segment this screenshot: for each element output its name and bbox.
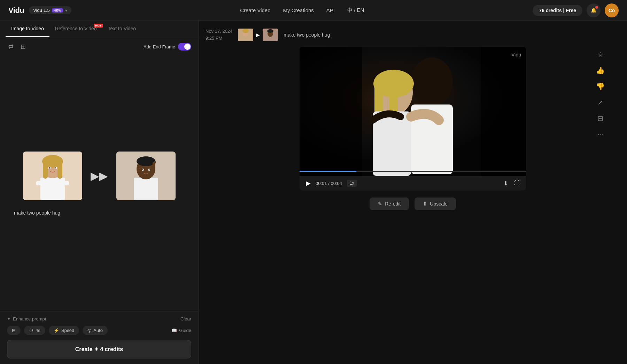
video-scene-svg	[300, 47, 526, 176]
options-row: ⊟ ⏱ 4s ⚡ Speed ◎ Auto 📖 Guide	[7, 326, 191, 335]
svg-rect-13	[134, 178, 158, 200]
enhance-prompt-button[interactable]: ✦ Enhance prompt	[7, 316, 46, 322]
clock-icon: ⏱	[29, 328, 33, 333]
header-nav: Create Video My Creations API 中 / EN	[240, 7, 364, 14]
svg-rect-37	[481, 47, 526, 176]
tab-reference-to-video[interactable]: Reference to Video HOT	[49, 21, 102, 37]
end-frame-image[interactable]	[116, 152, 176, 200]
end-frame-toggle: Add End Frame	[144, 43, 191, 51]
svg-rect-21	[154, 161, 156, 163]
fullscreen-button[interactable]: ⛶	[513, 179, 521, 187]
svg-point-18	[142, 169, 143, 170]
generation-header: Nov 17, 2024 9:25 PM ▶	[206, 28, 620, 41]
prompt-display: make two people hug	[7, 210, 60, 216]
gen-thumb-end[interactable]	[263, 29, 278, 41]
favorite-button[interactable]: ☆	[595, 49, 606, 60]
left-panel: Image to Video Reference to Video HOT Te…	[0, 21, 199, 364]
swap-button[interactable]: ⇄	[7, 41, 15, 52]
tab-text-to-video[interactable]: Text to Video	[102, 21, 142, 37]
svg-point-10	[49, 167, 50, 169]
thumb-start-svg	[238, 29, 253, 41]
upscale-icon: ⬆	[423, 201, 427, 207]
speed-icon: ⚡	[54, 328, 59, 333]
nav-my-creations[interactable]: My Creations	[283, 7, 314, 13]
auto-button[interactable]: ◎ Auto	[83, 326, 108, 335]
speed-button[interactable]: ⚡ Speed	[49, 326, 79, 335]
share-icon: ↗	[597, 99, 603, 106]
enhance-row: ✦ Enhance prompt Clear	[7, 316, 191, 322]
end-frame-label: Add End Frame	[144, 44, 175, 49]
play-button[interactable]: ▶	[304, 179, 312, 188]
video-frame: Vidu	[300, 47, 526, 176]
crop-button[interactable]: ⊞	[19, 41, 27, 52]
nav-create-video[interactable]: Create Video	[240, 7, 270, 13]
images-area: ▶▶	[0, 56, 198, 311]
upscale-button[interactable]: ⬆ Upscale	[415, 198, 456, 210]
svg-rect-7	[57, 161, 62, 179]
version-badge[interactable]: Vidu 1.5 NEW ▾	[29, 6, 71, 14]
dislike-button[interactable]: 👎	[595, 81, 606, 92]
svg-rect-35	[373, 111, 411, 176]
guide-icon: 📖	[171, 328, 177, 333]
toggle-knob	[184, 44, 191, 50]
generation-date: Nov 17, 2024 9:25 PM	[206, 28, 232, 41]
notification-button[interactable]: 🔔	[587, 3, 601, 17]
svg-point-15	[137, 156, 155, 166]
download-icon: ⬇	[503, 180, 508, 186]
video-bottom-actions: ✎ Re-edit ⬆ Upscale	[300, 198, 526, 210]
notification-dot	[595, 6, 598, 9]
transition-arrow: ▶▶	[91, 169, 108, 183]
nav-api[interactable]: API	[326, 7, 335, 13]
guide-button[interactable]: 📖 Guide	[171, 328, 191, 333]
credits-button[interactable]: 76 credits | Free	[533, 5, 582, 16]
svg-point-11	[55, 167, 56, 169]
video-container: Vidu ▶ 00:01 / 00:04	[300, 47, 526, 191]
details-icon: ⊟	[597, 115, 603, 122]
speed-control[interactable]: 1x	[347, 180, 357, 187]
fullscreen-icon: ⛶	[514, 180, 520, 186]
tab-bar: Image to Video Reference to Video HOT Te…	[0, 21, 198, 37]
nav-language[interactable]: 中 / EN	[347, 7, 364, 14]
enhance-icon: ✦	[7, 316, 11, 322]
header: Vidu Vidu 1.5 NEW ▾ Create Video My Crea…	[0, 0, 627, 21]
share-button[interactable]: ↗	[595, 97, 606, 108]
auto-icon: ◎	[87, 328, 91, 333]
svg-rect-3	[61, 181, 69, 185]
main-layout: Image to Video Reference to Video HOT Te…	[0, 21, 627, 364]
like-button[interactable]: 👍	[595, 65, 606, 76]
right-panel: Nov 17, 2024 9:25 PM ▶	[199, 21, 627, 364]
svg-rect-1	[40, 178, 65, 200]
header-right: 76 credits | Free 🔔 Co	[533, 3, 619, 17]
svg-rect-6	[43, 161, 48, 179]
avatar-button[interactable]: Co	[605, 3, 619, 17]
new-badge: NEW	[52, 8, 63, 13]
download-button[interactable]: ⬇	[502, 179, 509, 187]
filter-icon: ⊟	[12, 328, 16, 333]
details-button[interactable]: ⊟	[595, 113, 606, 124]
vidu-watermark: Vidu	[511, 52, 521, 57]
re-edit-button[interactable]: ✎ Re-edit	[370, 198, 409, 210]
thumbdown-icon: 👎	[596, 83, 605, 90]
create-button[interactable]: Create ✦ 4 credits	[7, 340, 191, 358]
gen-thumb-start[interactable]	[238, 29, 253, 41]
start-frame-image[interactable]	[23, 152, 82, 200]
video-section: Vidu ▶ 00:01 / 00:04	[206, 47, 620, 210]
more-button[interactable]: ···	[595, 129, 606, 140]
duration-button[interactable]: ⏱ 4s	[24, 326, 45, 335]
swap-icon: ⇄	[8, 43, 14, 50]
tab-image-to-video[interactable]: Image to Video	[6, 21, 49, 37]
svg-point-19	[148, 169, 149, 170]
more-icon: ···	[597, 130, 603, 138]
end-frame-switch[interactable]	[178, 43, 191, 51]
progress-fill	[300, 171, 356, 172]
play-icon: ▶	[306, 180, 311, 187]
version-label: Vidu 1.5	[33, 8, 49, 13]
generation-thumbnails: ▶	[238, 29, 278, 41]
thumbup-icon: 👍	[596, 67, 605, 74]
thumb-end-svg	[263, 29, 278, 41]
progress-bar[interactable]	[300, 171, 526, 172]
crop-icon: ⊞	[21, 43, 26, 50]
clear-button[interactable]: Clear	[180, 316, 191, 322]
svg-point-24	[242, 29, 249, 33]
filter-button[interactable]: ⊟	[7, 326, 21, 335]
